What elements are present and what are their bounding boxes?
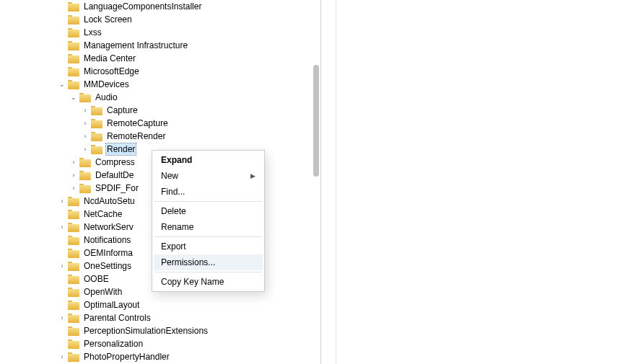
tree-node-label[interactable]: DefaultDe [94,169,135,182]
tree-node[interactable]: ›RemoteCapture [81,117,320,130]
folder-icon [79,93,91,102]
tree-node[interactable]: Media Center [58,52,320,65]
folder-icon [68,288,79,297]
tree-node-label[interactable]: OEMInforma [82,247,134,259]
tree-scrollbar[interactable] [313,0,319,364]
folder-icon [79,184,91,193]
expand-icon[interactable]: › [69,184,78,192]
expand-icon[interactable]: › [81,132,90,141]
tree-node[interactable]: Lock Screen [58,13,320,26]
folder-icon [68,352,79,362]
tree-node-label[interactable]: MMDevices [82,78,131,91]
tree-node-label[interactable]: RemoteCapture [105,117,170,130]
folder-icon [68,41,79,50]
folder-icon [68,67,79,76]
menu-item[interactable]: Find... [154,184,263,200]
tree-node[interactable]: ⌄MMDevices [58,78,320,91]
menu-item[interactable]: Expand [154,152,263,168]
tree-node-label[interactable]: Notifications [82,234,132,247]
collapse-icon[interactable]: ⌄ [58,80,66,89]
folder-icon [91,145,102,154]
tree-node-label[interactable]: OpenWith [82,285,123,298]
expand-icon[interactable]: › [81,145,90,154]
menu-item[interactable]: Delete [154,203,263,219]
folder-icon [68,301,79,310]
tree-node-label[interactable]: Personalization [82,337,144,350]
menu-item-label: New [161,171,178,181]
folder-icon [68,80,79,89]
expand-icon[interactable]: › [58,314,66,322]
tree-node[interactable]: ›PhotoPropertyHandler [58,350,320,363]
tree-node-label[interactable]: Compress [94,156,136,169]
folder-icon [91,106,102,115]
tree-node-label[interactable]: Management Infrastructure [82,39,189,52]
folder-icon [68,2,79,12]
submenu-arrow-icon: ▶ [250,172,256,179]
tree-node-label[interactable]: SPDIF_For [94,182,140,195]
tree-node-label[interactable]: OptimalLayout [82,298,141,311]
menu-item[interactable]: Permissions... [154,254,263,270]
menu-item[interactable]: Export [154,239,263,254]
tree-node[interactable]: OptimalLayout [58,298,320,311]
tree-node[interactable]: MicrosoftEdge [58,65,320,78]
tree-node-label[interactable]: Media Center [82,52,137,65]
tree-node[interactable]: PerceptionSimulationExtensions [58,324,320,337]
tree-node-label[interactable]: MicrosoftEdge [82,65,141,78]
menu-item-label: Rename [161,222,193,232]
tree-node[interactable]: ›Parental Controls [58,311,320,324]
menu-separator [154,236,262,237]
tree-node-label[interactable]: NetCache [82,208,123,221]
folder-icon [68,223,79,232]
folder-icon [68,275,79,284]
values-panel [336,0,633,364]
expand-icon[interactable]: › [81,106,90,115]
menu-item-label: Expand [161,155,192,165]
tree-node-label[interactable]: OOBE [82,272,110,285]
tree-node-label[interactable]: Audio [94,91,119,104]
expand-icon[interactable]: › [58,223,66,231]
collapse-icon[interactable]: ⌄ [69,93,78,102]
tree-node[interactable]: Management Infrastructure [58,39,320,52]
expand-icon[interactable]: › [58,262,66,270]
menu-item[interactable]: Copy Key Name [154,274,263,290]
expand-icon[interactable]: › [81,119,90,128]
tree-node[interactable]: Lxss [58,26,320,39]
tree-node-label[interactable]: Capture [105,104,139,117]
expand-icon[interactable]: › [69,158,78,167]
expand-icon[interactable]: › [58,197,66,205]
tree-node-label[interactable]: RemoteRender [105,130,167,143]
folder-icon [68,262,79,271]
folder-icon [68,314,79,323]
scrollbar-thumb[interactable] [313,65,319,177]
tree-node-label[interactable]: Parental Controls [82,311,152,324]
tree-node-label[interactable]: PhotoPropertyHandler [82,350,171,363]
folder-icon [68,197,79,206]
tree-node[interactable]: ›Capture [81,104,320,117]
folder-icon [91,132,102,141]
folder-icon [68,249,79,258]
tree-node[interactable]: Personalization [58,337,320,350]
tree-node-label[interactable]: LanguageComponentsInstaller [82,0,203,13]
folder-icon [68,210,79,219]
tree-node-label[interactable]: NcdAutoSetu [82,195,136,208]
menu-item-label: Find... [161,187,185,197]
tree-node-label[interactable]: Lxss [82,26,103,39]
splitter[interactable] [321,0,336,364]
expand-icon[interactable]: › [69,171,78,179]
menu-item[interactable]: Rename [154,219,263,235]
menu-item-label: Copy Key Name [161,277,224,287]
tree-node-label[interactable]: Render [105,143,136,156]
tree-node-label[interactable]: Lock Screen [82,13,134,26]
tree-node-label[interactable]: OneSettings [82,259,133,272]
folder-icon [68,15,79,25]
tree-node[interactable]: ⌄Audio [69,91,320,104]
tree-node[interactable]: ›RemoteRender [81,130,320,143]
tree-node-label[interactable]: NetworkServ [82,221,135,234]
expand-icon[interactable]: › [58,352,66,361]
tree-node-label[interactable]: PerceptionSimulationExtensions [82,324,209,337]
context-menu: ExpandNew▶Find...DeleteRenameExportPermi… [152,150,265,292]
tree-node[interactable]: LanguageComponentsInstaller [58,0,320,13]
menu-separator [154,201,262,202]
folder-icon [68,28,79,37]
menu-item[interactable]: New▶ [154,168,263,184]
